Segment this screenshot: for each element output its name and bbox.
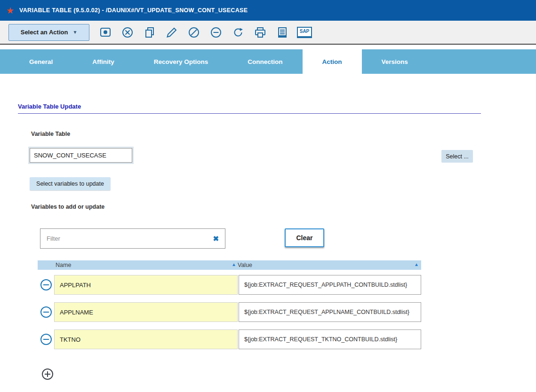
copy-icon[interactable] bbox=[142, 25, 157, 40]
tab-recovery-options-label: Recovery Options bbox=[154, 58, 208, 65]
remove-row-icon[interactable] bbox=[40, 333, 52, 345]
tab-connection-label: Connection bbox=[248, 58, 282, 65]
tab-general-label: General bbox=[29, 58, 53, 65]
window-title: VARIABLE TABLE (9.5.0.02) - /DAUNIX#/VT_… bbox=[19, 7, 248, 14]
chevron-down-icon: ▼ bbox=[72, 30, 77, 35]
action-tab-panel: Variable Table Update Variable Table Sel… bbox=[0, 74, 536, 391]
select-button[interactable]: Select ... bbox=[441, 150, 473, 163]
tab-general[interactable]: General bbox=[9, 49, 72, 74]
close-circle-icon[interactable] bbox=[120, 25, 135, 40]
tab-action[interactable]: Action bbox=[303, 49, 362, 74]
spacer bbox=[0, 45, 536, 49]
variable-value-input[interactable] bbox=[239, 275, 421, 295]
tab-recovery-options[interactable]: Recovery Options bbox=[134, 49, 228, 74]
tab-affinity[interactable]: Affinity bbox=[72, 49, 134, 74]
variables-to-add-label: Variables to add or update bbox=[31, 204, 104, 210]
filter-input[interactable] bbox=[47, 235, 213, 242]
remove-row-icon[interactable] bbox=[40, 306, 52, 318]
clear-button[interactable]: Clear bbox=[285, 228, 324, 247]
tab-versions-label: Versions bbox=[382, 58, 408, 65]
titlebar: ★ VARIABLE TABLE (9.5.0.02) - /DAUNIX#/V… bbox=[0, 0, 536, 21]
section-title: Variable Table Update bbox=[18, 103, 481, 114]
tab-connection[interactable]: Connection bbox=[228, 49, 302, 74]
minus-circle-icon[interactable] bbox=[208, 25, 224, 40]
ban-circle-icon[interactable] bbox=[186, 25, 201, 40]
remove-row-icon[interactable] bbox=[40, 279, 52, 291]
add-row-icon[interactable] bbox=[41, 368, 54, 380]
monitor-icon[interactable] bbox=[98, 25, 113, 40]
sort-asc-icon[interactable]: ▲ bbox=[232, 262, 236, 267]
toolbar-icons: SAP bbox=[98, 25, 312, 40]
sap-label: SAP bbox=[297, 27, 312, 38]
refresh-icon[interactable] bbox=[231, 25, 246, 40]
star-icon: ★ bbox=[6, 6, 14, 15]
table-header: Name ▲ Value ▲ bbox=[38, 260, 421, 270]
tab-affinity-label: Affinity bbox=[92, 58, 114, 65]
tabbar: General Affinity Recovery Options Connec… bbox=[0, 49, 536, 74]
variable-name-input[interactable] bbox=[54, 275, 238, 295]
print-icon[interactable] bbox=[253, 25, 268, 40]
tab-versions[interactable]: Versions bbox=[362, 49, 428, 74]
select-variables-button[interactable]: Select variables to update bbox=[30, 177, 111, 190]
clear-filter-icon[interactable]: ✖ bbox=[213, 235, 219, 243]
variable-table-label: Variable Table bbox=[31, 131, 70, 137]
sort-asc-icon[interactable]: ▲ bbox=[414, 262, 419, 267]
select-action-label: Select an Action bbox=[21, 29, 68, 36]
document-icon[interactable] bbox=[275, 25, 290, 40]
toolbar: Select an Action ▼ SAP bbox=[0, 21, 536, 45]
sap-icon[interactable]: SAP bbox=[297, 25, 312, 40]
variable-value-input[interactable] bbox=[239, 329, 421, 349]
variable-value-input[interactable] bbox=[239, 302, 421, 322]
select-action-button[interactable]: Select an Action ▼ bbox=[8, 24, 89, 41]
tab-action-label: Action bbox=[322, 58, 342, 65]
variable-name-input[interactable] bbox=[54, 329, 238, 349]
edit-icon[interactable] bbox=[164, 25, 179, 40]
variable-name-input[interactable] bbox=[54, 302, 238, 322]
filter-field: ✖ bbox=[40, 228, 225, 249]
variable-table-input[interactable] bbox=[30, 148, 132, 163]
column-header-value[interactable]: Value bbox=[238, 262, 252, 268]
column-header-name[interactable]: Name bbox=[56, 262, 71, 268]
